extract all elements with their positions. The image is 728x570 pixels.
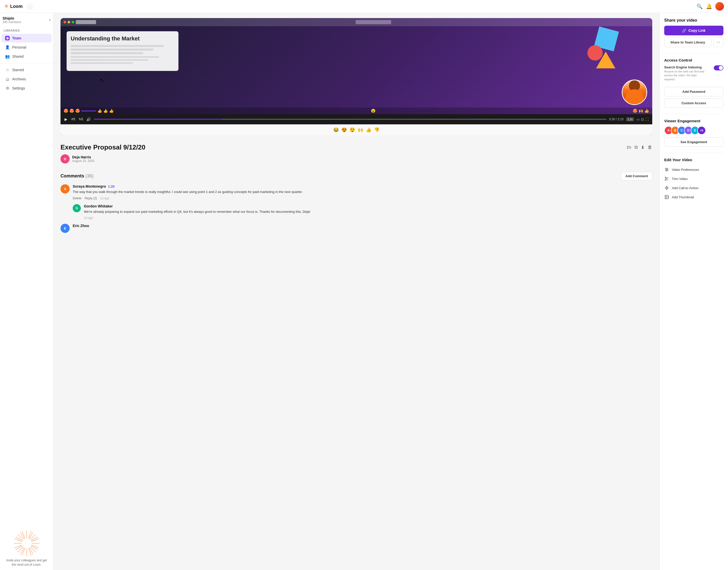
svg-line-21 <box>14 539 22 542</box>
author-avatar: D <box>60 154 70 164</box>
author-row: D Deja Harris August 15, 2020 <box>60 154 652 164</box>
reply-text: We're already preparing to expand our pa… <box>84 209 652 214</box>
comment-timestamp[interactable]: 1:20 <box>108 185 115 189</box>
star-icon: ☆ <box>5 68 10 72</box>
libraries-label: Libraries <box>0 25 53 34</box>
cursor-icon: ↖ <box>100 77 104 83</box>
sidebar-item-starred[interactable]: ☆ Starred <box>2 66 52 74</box>
reaction-emoji-4: 👍 <box>97 108 102 113</box>
personal-label: Personal <box>12 45 26 49</box>
logo-text: Loom <box>10 4 23 9</box>
sidebar-item-settings[interactable]: ⚙ Settings <box>2 84 52 92</box>
comments-header: Comments (36) Add Comment <box>60 172 652 180</box>
reply-button[interactable]: Reply (2) <box>85 197 97 200</box>
edit-title: Edit Your Video <box>664 158 723 162</box>
reaction-emoji-1: 😍 <box>63 108 68 113</box>
video-player[interactable]: Understanding the Market <box>60 18 652 135</box>
settings-label: Settings <box>12 86 25 90</box>
svg-line-10 <box>16 537 22 541</box>
notification-icon[interactable]: 🔔 <box>706 3 712 9</box>
delete-comment-button[interactable]: Delete <box>73 197 82 200</box>
sidebar-item-archives[interactable]: 🗂 Archives <box>2 75 52 83</box>
progress-bar[interactable] <box>94 119 607 120</box>
svg-line-2 <box>31 537 38 541</box>
comment3-name: Eric Zhou <box>73 224 89 228</box>
viewer-count-badge: +5 <box>697 126 706 135</box>
emoji-bottom-2[interactable]: 😍 <box>341 127 347 133</box>
rewind-button[interactable]: ↺5 <box>70 117 76 121</box>
author-details: Deja Harris August 15, 2020 <box>72 155 94 163</box>
duplicate-button[interactable]: ⧉ <box>635 145 638 150</box>
workspace-selector[interactable]: Shiplo 345 members ▾ <box>0 13 53 25</box>
top-bar: ✳ Loom ⬚ 🔍 🔔 <box>0 0 728 13</box>
video-preferences-item[interactable]: Video Preferences <box>664 165 723 174</box>
sidebar: Shiplo 345 members ▾ Libraries Team 👤 Pe… <box>0 13 53 570</box>
search-engine-info: Search Engine Indexing Anyone on the web… <box>664 65 705 81</box>
commenter-name: Soraya Montenegro <box>73 184 106 189</box>
view-mode-1[interactable]: ▭ <box>637 117 640 121</box>
view-mode-buttons: ▭ ⊡ ⛶ <box>637 117 649 121</box>
add-password-button[interactable]: Add Password <box>664 87 723 96</box>
access-control-section: Access Control Search Engine Indexing An… <box>664 58 723 108</box>
share-to-library-button[interactable]: Share to Team Library <box>664 38 711 47</box>
view-mode-2[interactable]: ⊡ <box>641 117 644 121</box>
download-button[interactable]: ⬇ <box>641 145 645 150</box>
play-button[interactable]: ▶ <box>64 117 68 122</box>
search-engine-desc: Anyone on the web can find and access th… <box>664 70 705 81</box>
add-to-folder-button[interactable]: 🗁 <box>627 145 631 150</box>
sidebar-item-shared[interactable]: 👥 Shared <box>2 52 52 61</box>
workspace-dropdown[interactable]: Shiplo 345 members ▾ <box>3 16 51 24</box>
emoji-bottom-bar[interactable]: 😂 😍 😲 🙌 👍 👎 <box>60 124 652 135</box>
search-engine-toggle[interactable] <box>714 65 723 70</box>
trim-video-item[interactable]: Trim Video <box>664 174 723 183</box>
add-cta-item[interactable]: Add Call-to-Action <box>664 183 723 193</box>
emoji-bottom-5[interactable]: 👍 <box>366 127 371 133</box>
comment-text: The way that you walk through the market… <box>73 190 652 195</box>
sidebar-toggle-icon[interactable]: ⬚ <box>27 4 33 9</box>
svg-line-11 <box>20 532 24 539</box>
emoji-bottom-1[interactable]: 😂 <box>333 127 339 133</box>
share-dots-icon: ⋯ <box>717 40 720 44</box>
search-icon[interactable]: 🔍 <box>697 3 703 9</box>
svg-line-14 <box>31 539 39 542</box>
svg-line-18 <box>22 548 25 556</box>
preferences-label: Video Preferences <box>672 168 699 172</box>
current-time: 0:30 <box>609 117 615 121</box>
comment3-header: Eric Zhou <box>73 224 652 228</box>
user-avatar[interactable] <box>715 2 724 11</box>
svg-point-29 <box>666 170 667 171</box>
see-engagement-button[interactable]: See Engagement <box>664 137 723 147</box>
svg-point-31 <box>665 179 666 181</box>
comment-time: 1d ago <box>100 197 109 200</box>
thumbnail-label: Add Thumbnail <box>672 195 694 199</box>
comments-section: Comments (36) Add Comment S Soraya Monte… <box>60 172 652 233</box>
commenter-avatar: S <box>60 184 70 194</box>
volume-button[interactable]: 🔊 <box>86 117 91 122</box>
svg-point-37 <box>666 196 666 197</box>
speed-badge[interactable]: 1.2x <box>626 117 634 121</box>
share-options-button[interactable]: ⋯ <box>713 37 723 47</box>
sidebar-item-personal[interactable]: 👤 Personal <box>2 43 52 52</box>
sidebar-item-team[interactable]: Team <box>2 34 52 42</box>
reply-header: Gordon Whitaker <box>84 204 652 208</box>
browser-close-dot <box>63 21 66 23</box>
svg-line-8 <box>16 546 22 550</box>
trim-icon <box>664 176 669 181</box>
svg-point-27 <box>666 168 667 169</box>
delete-button[interactable]: 🗑 <box>648 145 652 150</box>
emoji-bottom-3[interactable]: 😲 <box>350 127 355 133</box>
svg-line-5 <box>29 548 33 554</box>
emoji-bottom-4[interactable]: 🙌 <box>358 127 363 133</box>
reaction-emoji-7: 😮 <box>371 108 376 113</box>
forward-button[interactable]: ↻5 <box>78 117 84 121</box>
svg-point-28 <box>667 169 668 170</box>
fullscreen-button[interactable]: ⛶ <box>645 117 649 121</box>
time-display: 0:30 / 2:15 <box>609 117 624 121</box>
add-comment-button[interactable]: Add Comment <box>621 172 652 180</box>
right-panel: Share your video 🔗 Copy Link Share to Te… <box>659 13 728 570</box>
custom-access-button[interactable]: Custom Access <box>664 98 723 108</box>
reaction-emoji-6: 👍 <box>109 108 114 113</box>
copy-link-button[interactable]: 🔗 Copy Link <box>664 26 723 35</box>
emoji-bottom-6[interactable]: 👎 <box>374 127 379 133</box>
add-thumbnail-item[interactable]: Add Thumbnail <box>664 193 723 202</box>
